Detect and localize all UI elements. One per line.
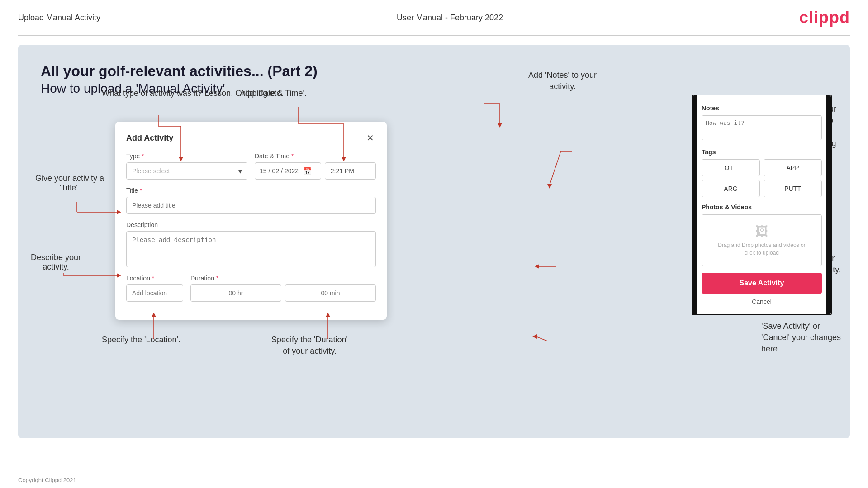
modal-title: Add Activity bbox=[126, 133, 173, 143]
duration-inputs bbox=[190, 284, 376, 302]
notes-label: Notes bbox=[702, 104, 822, 112]
location-label: Location * bbox=[126, 275, 183, 282]
photos-drop-text: Drag and Drop photos and videos orclick … bbox=[711, 242, 812, 257]
footer: Copyright Clippd 2021 bbox=[18, 477, 76, 483]
header: Upload Manual Activity User Manual - Feb… bbox=[0, 0, 868, 35]
header-left: Upload Manual Activity bbox=[18, 13, 100, 23]
duration-hr-input[interactable] bbox=[190, 284, 281, 302]
annotation-location: Specify the 'Location'. bbox=[102, 334, 180, 346]
main-content: All your golf-relevant activities... (Pa… bbox=[18, 45, 850, 438]
location-group: Location * bbox=[126, 275, 183, 302]
date-month: 02 bbox=[272, 167, 279, 175]
logo: clippd bbox=[799, 8, 850, 27]
svg-marker-29 bbox=[535, 264, 539, 269]
duration-min-input[interactable] bbox=[285, 284, 376, 302]
tag-app[interactable]: APP bbox=[764, 159, 822, 176]
photos-label: Photos & Videos bbox=[702, 204, 822, 211]
photos-dropzone[interactable]: 🖼 Drag and Drop photos and videos orclic… bbox=[702, 214, 822, 266]
tag-putt[interactable]: PUTT bbox=[764, 180, 822, 197]
section-title-bold: All your golf-relevant activities... (Pa… bbox=[41, 63, 827, 80]
type-label: Type * bbox=[126, 152, 247, 160]
datetime-label: Date & Time * bbox=[255, 152, 376, 160]
duration-label: Duration * bbox=[190, 275, 376, 282]
photo-icon: 🖼 bbox=[711, 224, 812, 239]
header-center: User Manual - February 2022 bbox=[397, 13, 503, 23]
save-activity-button[interactable]: Save Activity bbox=[702, 273, 822, 294]
title-input[interactable] bbox=[126, 197, 376, 214]
modal-header: Add Activity ✕ bbox=[126, 133, 376, 143]
description-textarea[interactable] bbox=[126, 231, 376, 267]
svg-line-25 bbox=[550, 151, 561, 185]
annotation-save: 'Save Activity' or 'Cancel' your changes… bbox=[761, 321, 841, 355]
annotation-give-title: Give your activity a 'Title'. bbox=[35, 174, 104, 193]
tag-arg[interactable]: ARG bbox=[702, 180, 760, 197]
type-select[interactable]: Please select bbox=[126, 162, 247, 180]
svg-marker-32 bbox=[532, 334, 537, 339]
date-input[interactable]: 15 / 02 / 2022 📅 bbox=[255, 162, 321, 180]
description-group: Description bbox=[126, 221, 376, 267]
date-year: 2022 bbox=[285, 167, 299, 175]
svg-marker-26 bbox=[547, 184, 552, 189]
datetime-group: Date & Time * 15 / 02 / 2022 📅 2:21 PM bbox=[255, 152, 376, 180]
duration-group: Duration * bbox=[190, 275, 376, 302]
annotation-date-time: Add 'Date & Time'. bbox=[240, 88, 307, 99]
copyright-text: Copyright Clippd 2021 bbox=[18, 477, 76, 483]
annotation-notes: Add 'Notes' to your activity. bbox=[528, 70, 597, 92]
title-label: Title * bbox=[126, 187, 376, 194]
panel-right-bar bbox=[826, 95, 831, 314]
svg-marker-23 bbox=[498, 123, 502, 128]
tags-label: Tags bbox=[702, 148, 822, 156]
svg-line-31 bbox=[536, 336, 547, 341]
tags-grid: OTT APP ARG PUTT bbox=[702, 159, 822, 197]
date-day: 15 bbox=[260, 167, 267, 175]
annotation-describe: Describe your activity. bbox=[31, 253, 81, 272]
title-row: Title * bbox=[126, 187, 376, 214]
type-datetime-row: Type * Please select Date & Time * 15 bbox=[126, 152, 376, 180]
panel-left-bar bbox=[693, 95, 697, 314]
close-button[interactable]: ✕ bbox=[365, 133, 376, 143]
header-divider bbox=[18, 35, 850, 36]
add-activity-modal: Add Activity ✕ Type * Please select Date… bbox=[115, 122, 387, 320]
time-input[interactable]: 2:21 PM bbox=[325, 162, 376, 180]
right-panel: Notes Tags OTT APP ARG PUTT Photos & Vid… bbox=[692, 95, 832, 315]
description-label: Description bbox=[126, 221, 376, 228]
type-group: Type * Please select bbox=[126, 152, 247, 180]
tag-ott[interactable]: OTT bbox=[702, 159, 760, 176]
title-group: Title * bbox=[126, 187, 376, 214]
cancel-button[interactable]: Cancel bbox=[702, 298, 822, 305]
annotation-duration: Specify the 'Duration' of your activity. bbox=[271, 334, 348, 357]
description-row: Description bbox=[126, 221, 376, 267]
type-select-wrapper: Please select bbox=[126, 162, 247, 180]
location-duration-row: Location * Duration * bbox=[126, 275, 376, 302]
notes-textarea[interactable] bbox=[702, 115, 822, 140]
calendar-icon: 📅 bbox=[303, 167, 312, 175]
location-input[interactable] bbox=[126, 284, 183, 302]
